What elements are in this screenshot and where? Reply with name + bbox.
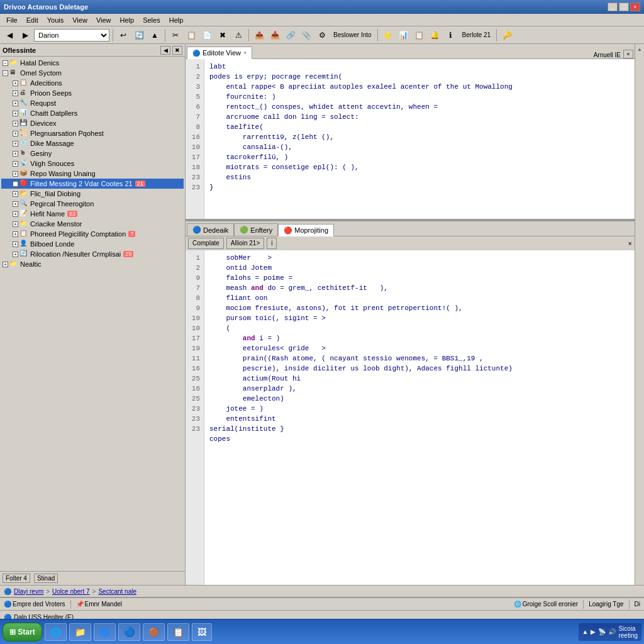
breadcrumb-2[interactable]: Uolce nbert 7 xyxy=(52,588,89,595)
tb-btn15[interactable]: 📊 xyxy=(397,28,411,42)
window-controls[interactable]: _ □ × xyxy=(608,3,640,11)
tree-item-15[interactable]: +📝Hefit Name83 xyxy=(1,209,184,219)
tb-btn10[interactable]: 📥 xyxy=(268,28,282,42)
taskbar-item-2[interactable]: 📁 xyxy=(69,623,91,641)
tree-item-19[interactable]: +🔄Rilocation /Nesulter Crmplisai29 xyxy=(1,249,184,259)
tree-arrow-2[interactable]: + xyxy=(13,80,18,86)
tree-item-13[interactable]: +📂Flic_fiial Diobing xyxy=(1,189,184,199)
menu-help1[interactable]: Help xyxy=(116,16,138,25)
menu-view2[interactable]: View xyxy=(92,16,115,25)
tree-item-10[interactable]: +📡Viigh Snouces xyxy=(1,158,184,169)
tree-arrow-16[interactable]: + xyxy=(13,221,18,227)
bottom-toolbar-btn-2[interactable]: i xyxy=(267,238,277,249)
taskbar-item-4[interactable]: 🔵 xyxy=(118,623,140,641)
maximize-btn[interactable]: □ xyxy=(619,3,629,11)
tb-btn18[interactable]: ℹ xyxy=(444,28,458,42)
tree-item-8[interactable]: +💿Dike Massage xyxy=(1,138,184,148)
tree-arrow-0[interactable]: − xyxy=(3,60,8,66)
tb-btn12[interactable]: 📎 xyxy=(299,28,313,42)
tree-arrow-10[interactable]: + xyxy=(13,161,18,167)
tree-arrow-18[interactable]: + xyxy=(13,242,18,247)
tree-item-4[interactable]: +🔧Requpst xyxy=(1,98,184,108)
taskbar-item-1[interactable]: 🌐 xyxy=(45,623,67,641)
code-content-top[interactable]: labtpodes is erpy; pocrage recemtin( ent… xyxy=(204,59,635,219)
menu-file[interactable]: File xyxy=(3,16,21,25)
tree-arrow-14[interactable]: + xyxy=(13,201,18,207)
tb-btn19[interactable]: 🔑 xyxy=(500,28,514,42)
editor-tab[interactable]: 🔵 Editote View × xyxy=(187,47,252,59)
location-combo[interactable]: Darion xyxy=(34,29,109,42)
tree-item-2[interactable]: +📋Adecitions xyxy=(1,78,184,88)
sidebar-btn1[interactable]: ◀ xyxy=(160,46,170,55)
tree-item-17[interactable]: +📋Phoreed Plegicillity Comptation? xyxy=(1,229,184,239)
tree-item-3[interactable]: +🖨Prioon Seeps xyxy=(1,88,184,98)
tree-item-0[interactable]: −📁Hatal Denics xyxy=(1,58,184,68)
tb-btn6[interactable]: 📄 xyxy=(200,28,214,42)
tb-btn2[interactable]: 🔄 xyxy=(132,28,146,42)
tree-arrow-3[interactable]: + xyxy=(13,91,18,96)
sidebar-tab1[interactable]: Folter 4 xyxy=(3,574,30,583)
tree-arrow-8[interactable]: + xyxy=(13,141,18,147)
sidebar-btn2[interactable]: ✖ xyxy=(172,46,182,55)
taskbar-item-3[interactable]: 🌀 xyxy=(94,623,116,641)
tree-item-18[interactable]: +👤Bilboed Londe xyxy=(1,239,184,249)
tree-item-11[interactable]: +📦Repo Wasing Unaing xyxy=(1,169,184,179)
code-body-top[interactable]: 1235678161017182323 labtpodes is erpy; p… xyxy=(186,59,635,219)
tree-arrow-11[interactable]: + xyxy=(13,171,18,177)
menu-edit[interactable]: Edit xyxy=(23,16,42,25)
back-btn[interactable]: ◀ xyxy=(3,28,16,42)
editor-close[interactable]: × xyxy=(623,50,633,58)
sidebar-tab2[interactable]: Stinad xyxy=(34,574,58,583)
tree-arrow-6[interactable]: + xyxy=(13,121,18,126)
tree-arrow-17[interactable]: + xyxy=(13,231,18,237)
bottom-toolbar-btn-0[interactable]: Complate xyxy=(188,238,224,249)
tree-arrow-12[interactable]: + xyxy=(13,181,18,187)
tree-item-16[interactable]: +📁Criacike Menstor xyxy=(1,219,184,229)
tb-btn5[interactable]: 📋 xyxy=(184,28,198,42)
tb-btn8[interactable]: ⚠ xyxy=(231,28,245,42)
tree-arrow-15[interactable]: + xyxy=(13,211,18,217)
fwd-btn[interactable]: ▶ xyxy=(18,28,32,42)
close-btn[interactable]: × xyxy=(630,3,640,11)
bottom-panel-close[interactable]: × xyxy=(628,240,632,247)
tb-btn17[interactable]: 🔔 xyxy=(428,28,442,42)
breadcrumb-1[interactable]: Dlayi revm xyxy=(14,588,43,595)
tree-item-12[interactable]: +🔴Fiited Messting 2 Vdar Cootes 2121 xyxy=(1,179,184,189)
tb-btn1[interactable]: ↩ xyxy=(116,28,130,42)
bottom-toolbar-btn-1[interactable]: Allioin 21> xyxy=(226,238,264,249)
tree-item-5[interactable]: +📊Chaitt Datpllers xyxy=(1,108,184,118)
tab-close-btn[interactable]: × xyxy=(243,50,247,56)
tree-arrow-20[interactable]: + xyxy=(3,262,8,267)
menu-view1[interactable]: View xyxy=(69,16,91,25)
tb-btn3[interactable]: ▲ xyxy=(148,28,162,42)
code-body-bottom[interactable]: 129789101017191116251625232323 sobMer > … xyxy=(186,250,635,585)
tree-arrow-7[interactable]: + xyxy=(13,131,18,136)
tree-arrow-13[interactable]: + xyxy=(13,191,18,197)
bottom-tab-0[interactable]: 🔵Dedeaik xyxy=(187,223,234,236)
tb-btn14[interactable]: ⭐ xyxy=(381,28,395,42)
tree-arrow-4[interactable]: + xyxy=(13,101,18,106)
taskbar-item-6[interactable]: 📋 xyxy=(167,623,189,641)
tb-btn16[interactable]: 📋 xyxy=(413,28,426,42)
tree-item-6[interactable]: +💾Dievicex xyxy=(1,118,184,128)
tree-item-1[interactable]: −🖥Omel Syctom xyxy=(1,68,184,78)
breadcrumb-3[interactable]: Sectcant nale xyxy=(98,588,136,595)
start-button[interactable]: ⊞ Start xyxy=(3,623,42,641)
tree-item-20[interactable]: +📁Nealtic xyxy=(1,259,184,269)
tb-btn13[interactable]: ⚙ xyxy=(315,28,329,42)
menu-youis[interactable]: Youis xyxy=(43,16,68,25)
tree-arrow-19[interactable]: + xyxy=(13,252,18,257)
menu-help2[interactable]: Help xyxy=(165,16,187,25)
minimize-btn[interactable]: _ xyxy=(608,3,618,11)
bottom-tab-1[interactable]: 🟢Enftery xyxy=(234,223,278,236)
menu-seles[interactable]: Seles xyxy=(139,16,164,25)
tree-item-9[interactable]: +🖱Gesiny xyxy=(1,148,184,158)
taskbar-item-5[interactable]: 🟤 xyxy=(143,623,165,641)
tree-arrow-5[interactable]: + xyxy=(13,111,18,116)
tree-item-14[interactable]: +🔍Pegircal Theerogiton xyxy=(1,199,184,209)
code-content-bottom[interactable]: sobMer > ontid Jotem falohs = poime = me… xyxy=(204,250,635,585)
tb-btn11[interactable]: 🔗 xyxy=(284,28,297,42)
tb-btn4[interactable]: ✂ xyxy=(169,28,182,42)
tb-btn9[interactable]: 📤 xyxy=(252,28,266,42)
taskbar-item-7[interactable]: 🖼 xyxy=(192,623,212,641)
